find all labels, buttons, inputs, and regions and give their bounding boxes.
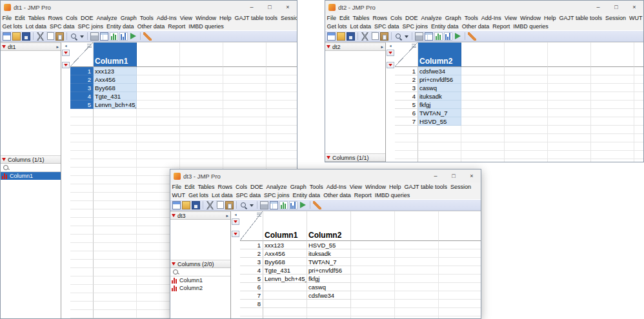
data-cell[interactable] (307, 300, 351, 308)
empty-cell[interactable] (137, 117, 180, 126)
empty-cell[interactable] (505, 126, 548, 134)
empty-cell[interactable] (267, 134, 297, 142)
menu-tools[interactable]: Tools (308, 184, 325, 190)
menu-spc-joins[interactable]: SPC joins (263, 192, 292, 198)
empty-cell[interactable] (137, 84, 180, 92)
menu-tables[interactable]: Tables (351, 15, 371, 21)
empty-cell[interactable] (634, 159, 643, 162)
empty-cell[interactable] (591, 142, 634, 151)
panel-collapse-icon[interactable]: ▸ (56, 44, 59, 50)
data-cell[interactable] (263, 291, 307, 300)
menu-report[interactable]: Report (166, 23, 187, 30)
empty-cell[interactable] (267, 142, 297, 151)
cut-icon[interactable] (206, 201, 214, 209)
data-cell[interactable]: fkfgj (418, 101, 461, 109)
empty-cell[interactable] (351, 258, 395, 266)
empty-cell[interactable] (94, 218, 137, 226)
empty-cell[interactable] (505, 117, 548, 126)
empty-cell[interactable] (461, 159, 505, 162)
menu-imbd-queries[interactable]: IMBD queries (512, 23, 550, 30)
empty-cell[interactable] (223, 134, 267, 142)
paste-icon[interactable] (380, 32, 388, 41)
column-list-item[interactable]: Column2 (170, 284, 230, 292)
row-number[interactable]: 2 (240, 249, 263, 258)
empty-cell[interactable] (634, 67, 643, 75)
empty-cell[interactable] (94, 159, 137, 168)
empty-cell[interactable] (263, 308, 307, 316)
empty-cell[interactable] (548, 126, 591, 134)
empty-cell[interactable] (439, 241, 481, 249)
empty-cell[interactable] (418, 142, 461, 151)
chart-green-icon[interactable] (110, 32, 118, 41)
column-list-item[interactable]: Column1 (1, 172, 61, 180)
menu-analyze[interactable]: Analyze (95, 15, 119, 21)
columns-panel-header[interactable]: Columns (1/1) (1, 155, 61, 164)
empty-cell[interactable] (548, 67, 591, 75)
data-cell[interactable]: cdsfwe34 (307, 291, 351, 300)
empty-cell[interactable] (395, 300, 439, 308)
menu-report[interactable]: Report (352, 192, 373, 198)
empty-cell[interactable] (591, 109, 634, 117)
zoom-icon[interactable] (239, 201, 248, 209)
data-cell[interactable]: Tgte_431 (94, 92, 137, 101)
empty-cell[interactable] (94, 302, 137, 310)
cut-icon[interactable] (36, 32, 45, 41)
empty-cell[interactable] (395, 241, 439, 249)
menu-imbd-queries[interactable]: IMBD queries (373, 192, 412, 198)
table-panel-header[interactable]: dt2 ▸ (325, 43, 385, 51)
empty-cell[interactable] (307, 308, 351, 316)
menu-window[interactable]: Window (194, 15, 218, 21)
empty-cell[interactable] (634, 142, 643, 151)
empty-cell[interactable] (94, 226, 137, 235)
red-triangle-icon[interactable] (172, 262, 176, 266)
titlebar[interactable]: dt1 - JMP Pro – □ × (1, 1, 297, 14)
empty-cell[interactable] (548, 101, 591, 109)
data-cell[interactable]: HSVD_55 (418, 117, 461, 126)
empty-cell[interactable] (137, 75, 180, 84)
chart-blue-icon[interactable] (119, 32, 128, 41)
paste-icon[interactable] (225, 201, 234, 209)
data-cell[interactable]: cdsfwe34 (418, 67, 461, 75)
empty-cell[interactable] (505, 92, 548, 101)
print-icon[interactable] (415, 32, 423, 41)
menu-rows[interactable]: Rows (371, 15, 389, 21)
empty-cell[interactable] (94, 276, 137, 285)
empty-cell[interactable] (548, 84, 591, 92)
menu-analyze[interactable]: Analyze (419, 15, 443, 21)
menu-spc-joins[interactable]: SPC joins (401, 23, 430, 30)
empty-cell[interactable] (591, 84, 634, 92)
empty-cell[interactable] (591, 67, 634, 75)
empty-cell[interactable] (94, 251, 137, 260)
collapse-sidebar-icon[interactable]: ◂ (65, 43, 66, 48)
empty-cell[interactable] (94, 168, 137, 176)
zoom-icon[interactable] (70, 32, 78, 41)
empty-cell[interactable] (180, 126, 223, 134)
empty-cell[interactable] (395, 249, 439, 258)
data-cell[interactable]: TWTAN_7 (307, 258, 351, 266)
empty-cell[interactable] (505, 142, 548, 151)
empty-cell[interactable] (180, 134, 223, 142)
empty-cell[interactable] (223, 151, 267, 159)
empty-cell[interactable] (505, 109, 548, 117)
empty-cell[interactable] (351, 283, 395, 291)
menu-gajt-table-tools[interactable]: GAJT table tools (233, 15, 279, 21)
red-triangle-icon[interactable] (2, 45, 6, 48)
menu-entity-data[interactable]: Entity data (105, 23, 136, 30)
empty-cell[interactable] (94, 260, 137, 268)
layout-icon[interactable] (270, 201, 278, 209)
new-data-table-icon[interactable] (3, 32, 11, 41)
empty-cell[interactable] (395, 283, 439, 291)
menu-tools[interactable]: Tools (463, 15, 479, 21)
copy-icon[interactable] (47, 32, 54, 40)
paste-icon[interactable] (55, 32, 64, 41)
empty-cell[interactable] (634, 117, 643, 126)
empty-cell[interactable] (634, 151, 643, 159)
data-cell[interactable]: xxx123 (263, 241, 307, 249)
empty-cell[interactable] (94, 142, 137, 151)
menu-file[interactable]: File (325, 15, 338, 21)
maximize-button[interactable]: □ (445, 169, 463, 182)
empty-cell[interactable] (634, 84, 643, 92)
rows-red-triangle-icon[interactable] (387, 62, 394, 68)
rows-red-triangle-icon[interactable] (232, 231, 239, 237)
titlebar[interactable]: dt2 - JMP Pro – □ × (325, 1, 643, 14)
